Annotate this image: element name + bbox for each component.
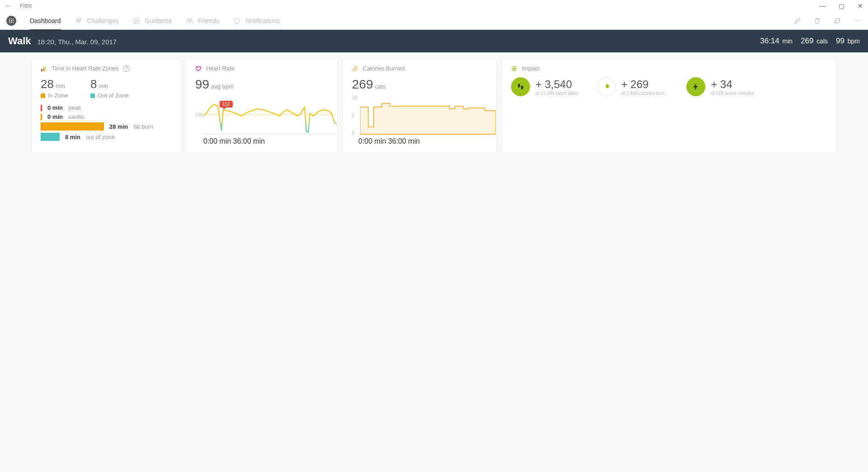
stat-calories: 269 cals — [801, 37, 828, 46]
bar-steps-icon — [41, 65, 47, 72]
close-icon[interactable]: ✕ — [857, 2, 863, 9]
card-hr-zones: Time in Heart Rate Zones ? 28min In Zone… — [32, 59, 181, 153]
footsteps-icon — [516, 82, 525, 91]
star-badge-icon — [75, 17, 83, 25]
target-icon — [511, 65, 517, 72]
card-heart-rate: Heart Rate 99avg bpm 100 112 0:00 min 36… — [186, 59, 338, 153]
x-end: 36:00 min — [233, 137, 265, 145]
svg-rect-15 — [45, 66, 46, 71]
tab-challenges[interactable]: Challenges — [75, 12, 119, 30]
card-title: Impact — [522, 65, 540, 72]
card-calories: Calories Burned 269cals 10 5 0 0:00 min … — [343, 59, 497, 153]
cal-value: 269 — [352, 77, 373, 91]
card-row: Time in Heart Rate Zones ? 28min In Zone… — [0, 52, 868, 159]
impact-steps: + 3,540 of 11,439 steps taken — [511, 77, 579, 96]
flame-icon — [352, 65, 358, 72]
svg-point-20 — [513, 68, 515, 70]
svg-point-12 — [190, 19, 192, 21]
svg-rect-14 — [43, 68, 44, 71]
compass-icon — [132, 17, 141, 25]
stat-bpm: 99 bpm — [836, 37, 860, 46]
help-icon[interactable]: ? — [123, 65, 130, 72]
flame-small-icon — [602, 82, 611, 91]
svg-point-0 — [9, 19, 10, 19]
activity-type: Walk — [8, 35, 31, 47]
tab-friends[interactable]: Friends — [186, 12, 220, 30]
back-icon[interactable]: ← — [5, 2, 12, 10]
svg-point-4 — [11, 20, 12, 21]
bolt-icon — [691, 82, 700, 91]
heart-rate-chart: 100 112 — [195, 94, 328, 137]
nav-label: Guidance — [145, 17, 172, 24]
nav-label: Notifications — [245, 17, 280, 24]
calories-chart: 10 5 0 — [352, 94, 488, 137]
tab-notifications[interactable]: Notifications — [233, 12, 280, 30]
svg-point-6 — [9, 22, 10, 23]
svg-point-10 — [133, 18, 140, 24]
zone-row-cardio: 0 min cardio — [41, 113, 172, 120]
x-start: 0:00 min — [358, 137, 386, 145]
nav-label: Challenges — [87, 17, 119, 24]
card-title: Time in Heart Rate Zones — [52, 65, 118, 72]
people-icon — [186, 17, 194, 25]
in-zone-summary: 28min In Zone — [41, 77, 68, 99]
fitbit-logo-icon[interactable] — [6, 16, 16, 26]
svg-point-3 — [9, 20, 10, 21]
maximize-icon[interactable]: ▢ — [838, 2, 845, 9]
card-title: Calories Burned — [363, 65, 405, 72]
zone-row-fatburn: 28 min fat burn — [41, 122, 172, 131]
impact-calories: + 269 of 2,558 calories burn... — [597, 77, 669, 96]
out-zone-summary: 8min Out of Zone — [90, 77, 129, 99]
svg-point-1 — [11, 18, 12, 19]
nav-label: Friends — [198, 17, 220, 24]
trash-icon[interactable] — [813, 17, 821, 25]
activity-datetime: 18:20, Thu., Mar. 09, 2017 — [38, 38, 117, 46]
card-impact: Impact + 3,540 of 11,439 steps taken + 2… — [502, 59, 836, 153]
main-nav: Dashboard Challenges Guidance Friends No… — [0, 12, 868, 30]
svg-point-8 — [13, 22, 14, 23]
window-titlebar: ← Fitbit — ▢ ✕ — [0, 0, 868, 12]
nav-label: Dashboard — [30, 17, 61, 24]
hr-value: 99 — [195, 77, 209, 91]
refresh-icon[interactable] — [833, 17, 841, 25]
card-title: Heart Rate — [206, 65, 235, 72]
svg-point-5 — [13, 20, 14, 21]
minimize-icon[interactable]: — — [819, 2, 826, 9]
zone-row-outofzone: 8 min out of zone — [41, 133, 172, 141]
speech-bubble-icon — [233, 17, 241, 25]
app-name: Fitbit — [20, 3, 32, 9]
svg-rect-13 — [41, 69, 42, 71]
zone-row-peak: 0 min peak — [41, 104, 172, 111]
svg-point-22 — [521, 86, 523, 89]
heart-icon — [195, 65, 202, 72]
more-icon[interactable]: ··· — [853, 17, 862, 25]
impact-active-minutes: + 34 of 128 active minutes — [686, 77, 754, 96]
svg-point-7 — [11, 22, 12, 23]
x-end: 36:00 min — [388, 137, 420, 145]
tab-guidance[interactable]: Guidance — [132, 12, 172, 30]
activity-banner: Walk 18:20, Thu., Mar. 09, 2017 36:14 mi… — [0, 30, 868, 52]
pencil-icon[interactable] — [793, 17, 802, 25]
svg-point-21 — [518, 84, 520, 87]
svg-point-2 — [13, 19, 14, 19]
svg-point-11 — [187, 19, 189, 21]
stat-duration: 36:14 min — [760, 37, 793, 46]
x-start: 0:00 min — [203, 137, 231, 145]
tab-dashboard[interactable]: Dashboard — [30, 12, 61, 30]
